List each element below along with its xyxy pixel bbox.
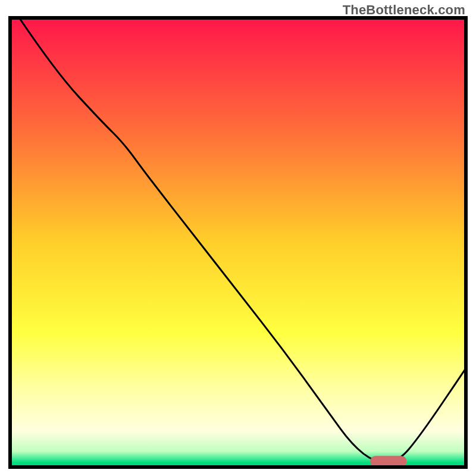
optimal-range-marker xyxy=(370,456,406,466)
bottleneck-chart xyxy=(0,0,476,476)
gradient-background xyxy=(10,18,466,467)
watermark-text: TheBottleneck.com xyxy=(343,2,465,18)
